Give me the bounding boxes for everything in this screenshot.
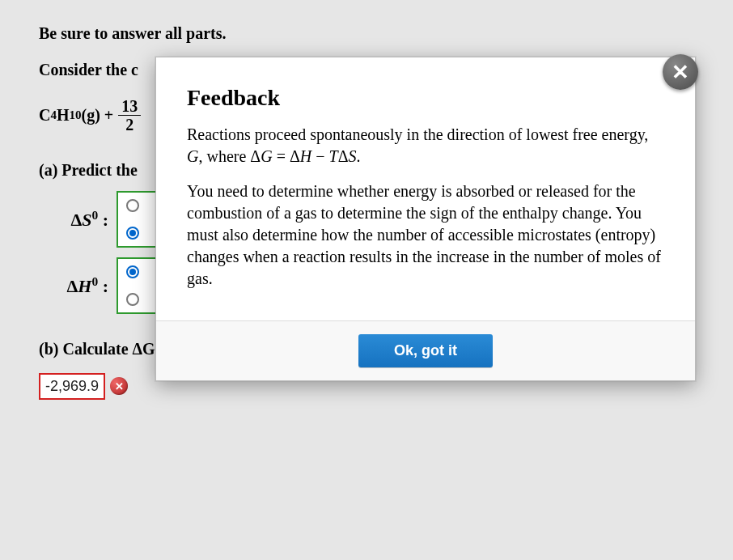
delta-s-colon: : (98, 210, 108, 230)
close-icon[interactable]: ✕ (663, 54, 698, 90)
p1-end: . (357, 147, 361, 165)
delta-s-label: ΔS0 : (39, 208, 117, 231)
eq-c: C (39, 106, 50, 125)
eq-sub2: 10 (70, 108, 82, 122)
eq-frac-den: 2 (122, 116, 137, 134)
p1-gv: G (261, 147, 272, 165)
delta-h-option-1[interactable] (126, 293, 139, 306)
p1-b: , where Δ (198, 147, 261, 165)
eq-sub1: 4 (50, 108, 57, 122)
answer-input[interactable]: -2,969.9 (39, 373, 105, 400)
delta-h-option-0[interactable] (126, 265, 139, 278)
delta-h-label: ΔH0 : (39, 274, 117, 297)
p1-h: H (300, 147, 311, 165)
p1-eq: = Δ (273, 147, 300, 165)
incorrect-icon: ✕ (110, 377, 128, 395)
modal-footer: Ok, got it (156, 320, 695, 380)
eq-state: (g) + (82, 106, 114, 125)
delta-s-option-0[interactable] (126, 199, 139, 212)
eq-fraction: 13 2 (118, 97, 141, 134)
feedback-modal: ✕ Feedback Reactions proceed spontaneous… (155, 57, 696, 381)
eq-h: H (57, 106, 70, 125)
p1-g: G (187, 147, 198, 165)
p1-t: T (329, 147, 338, 165)
p1-ds: Δ (338, 147, 349, 165)
eq-frac-num: 13 (118, 97, 141, 116)
p1-s: S (349, 147, 357, 165)
p1-a: Reactions proceed spontaneously in the d… (187, 125, 648, 143)
p1-minus: − (311, 147, 328, 165)
ok-button[interactable]: Ok, got it (358, 334, 493, 367)
modal-paragraph-1: Reactions proceed spontaneously in the d… (187, 124, 664, 168)
delta-h-colon: : (98, 276, 108, 296)
modal-title: Feedback (187, 85, 664, 111)
modal-paragraph-2: You need to determine whether energy is … (187, 180, 664, 290)
part-b-prefix: (b) Calculate ΔG (39, 340, 155, 358)
instruction-text: Be sure to answer all parts. (39, 24, 694, 43)
delta-s-option-1[interactable] (126, 227, 139, 240)
